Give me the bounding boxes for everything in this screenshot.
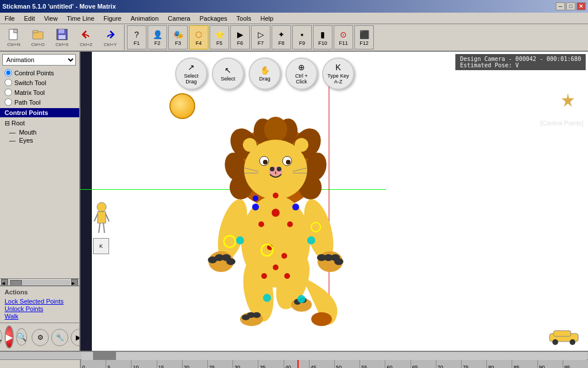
undo-button[interactable]: Ctrl+Z: [75, 25, 98, 49]
svg-point-82: [552, 339, 558, 345]
svg-rect-3: [33, 30, 38, 33]
menu-camera[interactable]: Camera: [165, 14, 192, 23]
lock-selected-points-link[interactable]: Lock Selected Points: [5, 298, 75, 305]
select-tool[interactable]: ↖ Select: [212, 57, 244, 90]
f4-button[interactable]: ⬡ F4: [189, 25, 208, 49]
f8-button[interactable]: ✦ F8: [272, 25, 291, 49]
f6-button[interactable]: ▶ F6: [230, 25, 250, 49]
ruler-20: 20: [182, 360, 207, 368]
timeline-position-marker[interactable]: [297, 360, 299, 368]
lion-figure[interactable]: [178, 98, 373, 328]
ruler-90: 90: [537, 360, 563, 368]
menu-animation[interactable]: Animation: [128, 14, 161, 23]
svg-point-61: [272, 209, 280, 217]
scroll-thumb[interactable]: [10, 280, 22, 286]
save-button[interactable]: Ctrl+S: [51, 25, 74, 49]
timeline-scrollbar[interactable]: [0, 352, 588, 360]
svg-point-73: [297, 295, 305, 303]
menu-edit[interactable]: Edit: [22, 14, 37, 23]
control-points-option[interactable]: Control Points: [0, 68, 79, 78]
drag-icon: ✋: [260, 66, 270, 75]
ctrl-click-tool[interactable]: ⊕ Ctrl +Click: [285, 57, 318, 90]
open-button[interactable]: Ctrl+O: [26, 25, 49, 49]
ruler-0: 0: [80, 360, 106, 368]
f12-button[interactable]: ⬛ F12: [354, 25, 374, 49]
switch-tool-option[interactable]: Switch Tool: [0, 78, 79, 87]
timeline-area: 0 5 10 15 20 25 30 35 40 45 50 55 60 65 …: [0, 351, 588, 368]
prev-frame-button[interactable]: ⚙: [32, 329, 49, 346]
control-points-radio[interactable]: [5, 69, 12, 76]
timeline-scroll-track[interactable]: [82, 352, 587, 360]
path-tool-option[interactable]: Path Tool: [0, 97, 79, 107]
f10-icon: ▮: [317, 29, 328, 40]
next-frame-button[interactable]: ▶|: [71, 329, 80, 346]
settings-button[interactable]: 🔧: [51, 329, 68, 346]
zoom-out-button[interactable]: 🔍: [16, 328, 27, 346]
walk-link[interactable]: Walk: [5, 313, 75, 320]
ruler-50: 50: [334, 360, 359, 368]
scroll-left[interactable]: ◂: [1, 279, 8, 286]
main-layout: Animation Control Points Switch Tool Mat…: [0, 52, 588, 351]
tree-item-eyes[interactable]: — Eyes: [0, 136, 79, 144]
svg-point-76: [253, 195, 258, 201]
select-label: Select: [220, 76, 235, 82]
animation-dropdown[interactable]: Animation: [2, 54, 76, 66]
type-key-tool[interactable]: K Type KeyA-Z: [322, 57, 354, 90]
canvas-area: ↗ SelectDrag ↖ Select ✋ Drag ⊕ Ctrl +Cli…: [80, 52, 588, 351]
play-button[interactable]: ▶: [5, 325, 14, 348]
ruler-left-spacer: [0, 360, 80, 368]
svg-line-10: [106, 214, 109, 221]
f2-button[interactable]: 👤 F2: [148, 25, 167, 49]
switch-tool-radio[interactable]: [5, 79, 12, 86]
window-controls: ─ □ ✕: [556, 2, 586, 10]
drag-tool[interactable]: ✋ Drag: [249, 57, 281, 90]
timeline-scroll-thumb[interactable]: [93, 352, 116, 360]
ruler-5: 5: [106, 360, 131, 368]
f7-button[interactable]: ▷ F7: [251, 25, 270, 49]
matrix-tool-radio[interactable]: [5, 89, 12, 96]
svg-point-62: [273, 193, 278, 198]
menu-view[interactable]: View: [42, 14, 60, 23]
close-button[interactable]: ✕: [577, 2, 586, 10]
tree-item-mouth[interactable]: — Mouth: [0, 128, 79, 136]
f12-icon: ⬛: [358, 29, 370, 40]
svg-line-11: [99, 223, 100, 233]
f5-button[interactable]: ⭐ F5: [210, 25, 229, 49]
f9-button[interactable]: ▪ F9: [292, 25, 312, 49]
save-key: Ctrl+S: [56, 42, 68, 47]
menu-file[interactable]: File: [2, 14, 17, 23]
svg-point-70: [236, 236, 244, 244]
path-tool-radio[interactable]: [5, 98, 12, 106]
svg-point-7: [97, 202, 106, 212]
menu-timeline[interactable]: Time Line: [64, 14, 96, 23]
maximize-button[interactable]: □: [566, 2, 575, 10]
menu-tools[interactable]: Tools: [234, 14, 254, 23]
svg-point-72: [263, 294, 271, 302]
minimize-button[interactable]: ─: [556, 2, 565, 10]
matrix-tool-option[interactable]: Matrix Tool: [0, 87, 79, 97]
scroll-right[interactable]: ▸: [71, 279, 78, 286]
svg-rect-5: [59, 29, 64, 33]
f11-button[interactable]: ⊙ F11: [334, 25, 353, 49]
f6-icon: ▶: [234, 29, 246, 40]
playback-panel: 🔍 ▶ 🔍 ⚙ 🔧 ▶|: [0, 323, 79, 351]
redo-button[interactable]: Ctrl+Y: [99, 25, 122, 49]
f10-button[interactable]: ▮ F10: [313, 25, 332, 49]
svg-rect-8: [98, 212, 106, 223]
pose-info-text: Estimated Pose: V: [460, 62, 581, 68]
svg-line-9: [94, 214, 98, 221]
left-panel-scrollbar[interactable]: ◂ ▸: [0, 278, 79, 285]
f3-button[interactable]: 🎭 F3: [168, 25, 188, 49]
ruler-70: 70: [436, 360, 461, 368]
menu-packages[interactable]: Packages: [197, 14, 229, 23]
menu-figure[interactable]: Figure: [101, 14, 123, 23]
f9-icon: ▪: [296, 29, 308, 40]
unlock-points-link[interactable]: Unlock Points: [5, 305, 75, 312]
f1-button[interactable]: ? F1: [127, 25, 146, 49]
new-button[interactable]: Ctrl+N: [2, 25, 25, 49]
menu-help[interactable]: Help: [258, 14, 276, 23]
svg-point-74: [252, 204, 259, 210]
root-label: Root: [11, 120, 25, 126]
select-drag-tool[interactable]: ↗ SelectDrag: [175, 57, 207, 90]
zoom-in-button[interactable]: 🔍: [0, 328, 2, 346]
